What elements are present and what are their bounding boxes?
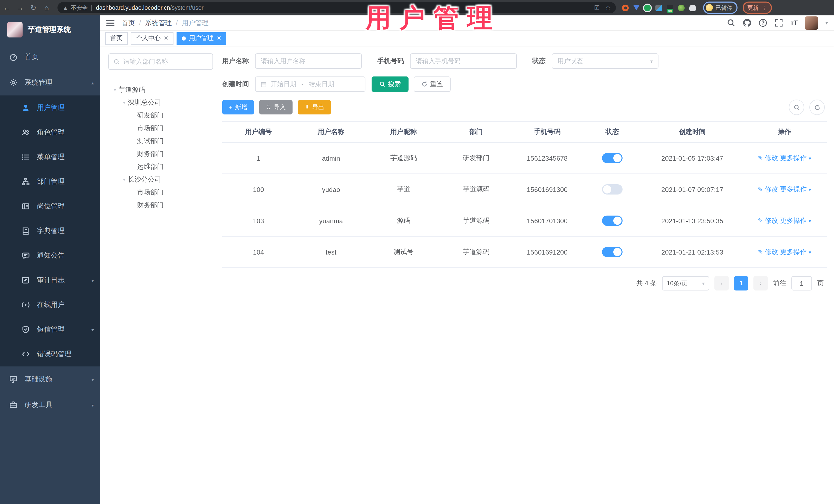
bookmark-star-icon[interactable]: ☆ bbox=[605, 4, 611, 11]
browser-back-icon[interactable]: ← bbox=[0, 4, 13, 12]
more-actions-link[interactable]: 更多操作 ▾ bbox=[780, 185, 811, 193]
tree-node-深圳总公司[interactable]: ▾深圳总公司 bbox=[108, 96, 213, 109]
chevron-down-icon: ▾ bbox=[91, 403, 94, 407]
cell-created: 2021-01-05 17:03:47 bbox=[642, 143, 742, 174]
sidebar-item-字典管理[interactable]: 字典管理 bbox=[0, 219, 100, 243]
sidebar-item-系统管理[interactable]: 系统管理▴ bbox=[0, 70, 100, 95]
sidebar-item-通知公告[interactable]: 通知公告 bbox=[0, 243, 100, 268]
sidebar-item-用户管理[interactable]: 用户管理 bbox=[0, 95, 100, 120]
add-button[interactable]: +新增 bbox=[222, 100, 254, 114]
edit-link[interactable]: ✎ 修改 bbox=[758, 217, 778, 224]
status-select[interactable]: 用户状态▾ bbox=[552, 53, 658, 69]
sidebar-item-审计日志[interactable]: 审计日志▾ bbox=[0, 268, 100, 292]
tree-expand-caret-icon[interactable]: ▾ bbox=[111, 87, 118, 92]
status-toggle[interactable] bbox=[602, 216, 622, 226]
refresh-button[interactable] bbox=[809, 100, 825, 115]
extensions-puzzle-icon[interactable] bbox=[689, 4, 696, 11]
avatar-dropdown-caret-icon[interactable]: ▾ bbox=[826, 20, 828, 25]
omnibox-divider bbox=[91, 5, 92, 11]
sidebar-item-菜单管理[interactable]: 菜单管理 bbox=[0, 145, 100, 169]
tab-个人中心[interactable]: 个人中心✕ bbox=[131, 32, 174, 44]
extension-green-y-icon[interactable] bbox=[644, 4, 651, 11]
tree-node-芋道源码[interactable]: ▾芋道源码 bbox=[108, 83, 213, 96]
extension-gem-icon[interactable] bbox=[633, 5, 639, 10]
sidebar-item-基础设施[interactable]: 基础设施▾ bbox=[0, 367, 100, 392]
prev-page-button[interactable]: ‹ bbox=[715, 276, 729, 290]
tree-node-运维部门[interactable]: 运维部门 bbox=[108, 160, 213, 173]
more-actions-link[interactable]: 更多操作 ▾ bbox=[780, 217, 811, 224]
tree-expand-caret-icon[interactable]: ▾ bbox=[120, 177, 128, 182]
page-size-select[interactable]: 10条/页▾ bbox=[662, 276, 709, 290]
more-actions-link[interactable]: 更多操作 ▾ bbox=[780, 154, 811, 162]
tab-用户管理[interactable]: 用户管理✕ bbox=[177, 32, 226, 44]
date-range-input[interactable]: ▤ 开始日期 - 结束日期 bbox=[255, 76, 366, 92]
username-input[interactable]: 请输入用户名称 bbox=[255, 53, 362, 69]
github-icon[interactable] bbox=[743, 19, 751, 27]
dict-icon bbox=[22, 227, 30, 235]
extension-orange-icon[interactable] bbox=[622, 4, 629, 11]
mobile-input[interactable]: 请输入手机号码 bbox=[410, 53, 517, 69]
close-icon[interactable]: ✕ bbox=[217, 35, 221, 42]
import-button[interactable]: ⇫导入 bbox=[259, 100, 292, 114]
tree-node-测试部门[interactable]: 测试部门 bbox=[108, 134, 213, 147]
extension-grid-icon[interactable] bbox=[655, 4, 662, 11]
download-icon: ⇩ bbox=[304, 104, 309, 111]
extension-switch-icon[interactable]: on bbox=[667, 4, 673, 11]
user-avatar[interactable] bbox=[805, 16, 818, 29]
goto-page-input[interactable]: 1 bbox=[791, 276, 812, 290]
status-toggle[interactable] bbox=[602, 184, 622, 195]
tree-expand-caret-icon[interactable]: ▾ bbox=[120, 100, 128, 105]
tree-node-长沙分公司[interactable]: ▾长沙分公司 bbox=[108, 173, 213, 186]
edit-link[interactable]: ✎ 修改 bbox=[758, 248, 778, 256]
sidebar-collapse-icon[interactable] bbox=[106, 20, 114, 26]
chevron-down-icon: ▾ bbox=[702, 281, 705, 286]
close-icon[interactable]: ✕ bbox=[164, 35, 168, 42]
tree-node-财务部门[interactable]: 财务部门 bbox=[108, 199, 213, 212]
next-page-button[interactable]: › bbox=[753, 276, 768, 290]
current-page-button[interactable]: 1 bbox=[734, 276, 748, 290]
address-bar[interactable]: ▲ 不安全 dashboard.yudao.iocoder.cn /system… bbox=[58, 2, 616, 13]
breadcrumb-item[interactable]: 首页 bbox=[122, 18, 135, 27]
sidebar-item-岗位管理[interactable]: 岗位管理 bbox=[0, 194, 100, 219]
font-size-icon[interactable]: тT bbox=[790, 19, 798, 27]
department-search-input[interactable]: 请输入部门名称 bbox=[108, 53, 213, 70]
tab-首页[interactable]: 首页 bbox=[105, 32, 128, 44]
breadcrumb-item[interactable]: 系统管理 bbox=[145, 18, 172, 27]
browser-update-button[interactable]: 更新 ⋮ bbox=[743, 2, 772, 14]
show-search-button[interactable] bbox=[789, 100, 804, 115]
cell-created: 2021-01-07 09:07:17 bbox=[642, 174, 742, 205]
reset-button[interactable]: 重置 bbox=[414, 76, 451, 92]
help-icon[interactable] bbox=[759, 19, 767, 27]
status-toggle[interactable] bbox=[602, 153, 622, 163]
table-header-row: 用户编号用户名称用户昵称部门手机号码状态创建时间操作 bbox=[222, 122, 827, 143]
search-icon[interactable] bbox=[727, 19, 736, 27]
browser-forward-icon[interactable]: → bbox=[13, 4, 27, 12]
sidebar-item-短信管理[interactable]: 短信管理▾ bbox=[0, 317, 100, 342]
sidebar-item-错误码管理[interactable]: 错误码管理 bbox=[0, 342, 100, 367]
edit-link[interactable]: ✎ 修改 bbox=[758, 185, 778, 193]
browser-reload-icon[interactable]: ↻ bbox=[27, 4, 40, 12]
tree-node-研发部门[interactable]: 研发部门 bbox=[108, 109, 213, 122]
browser-home-icon[interactable]: ⌂ bbox=[40, 4, 53, 12]
url-path: /system/user bbox=[170, 5, 203, 11]
export-button[interactable]: ⇩导出 bbox=[298, 100, 331, 114]
extension-plant-icon[interactable] bbox=[678, 4, 685, 11]
browser-profile-chip[interactable]: 已暂停 bbox=[703, 2, 738, 14]
fullscreen-icon[interactable] bbox=[774, 19, 783, 27]
password-key-icon[interactable]: ⚿ bbox=[594, 4, 599, 11]
sidebar-item-首页[interactable]: 首页 bbox=[0, 44, 100, 70]
tree-node-财务部门[interactable]: 财务部门 bbox=[108, 147, 213, 160]
status-toggle[interactable] bbox=[602, 247, 622, 257]
more-actions-link[interactable]: 更多操作 ▾ bbox=[780, 248, 811, 256]
sidebar-logo-row[interactable]: 芋道管理系统 bbox=[0, 15, 100, 44]
search-button[interactable]: 搜索 bbox=[372, 76, 409, 92]
tree-node-市场部门[interactable]: 市场部门 bbox=[108, 186, 213, 199]
sidebar-item-角色管理[interactable]: 角色管理 bbox=[0, 120, 100, 145]
browser-menu-kebab-icon[interactable]: ⋮ bbox=[762, 4, 767, 11]
tree-node-市场部门[interactable]: 市场部门 bbox=[108, 122, 213, 134]
sidebar-item-研发工具[interactable]: 研发工具▾ bbox=[0, 392, 100, 418]
sidebar-item-在线用户[interactable]: 在线用户 bbox=[0, 292, 100, 317]
edit-link[interactable]: ✎ 修改 bbox=[758, 154, 778, 162]
sidebar-item-部门管理[interactable]: 部门管理 bbox=[0, 169, 100, 194]
cell-user-id: 100 bbox=[222, 174, 295, 205]
